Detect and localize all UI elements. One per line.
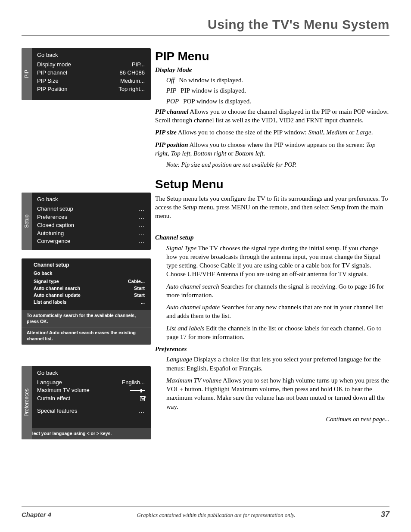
row-label: Special features <box>37 407 77 415</box>
preferences-tab: Preferences <box>22 366 32 439</box>
row-value: Cable... <box>128 278 145 285</box>
main-content: PIP Go back Display modePIP... PIP chann… <box>22 48 389 448</box>
channel-setup-heading: Channel setup <box>155 233 389 242</box>
row-label: Auto channel update <box>34 292 81 299</box>
pip-position-para: PIP position Allows you to choose where … <box>155 140 389 158</box>
menu-row: PIP channel86 CH086 <box>37 69 145 77</box>
chapter-label: Chapter 4 <box>22 511 51 518</box>
row-value: ... <box>139 237 145 246</box>
row-label: Auto channel search <box>34 285 80 292</box>
display-mode-heading: Display Mode <box>155 65 389 74</box>
page-number: 37 <box>381 510 389 519</box>
row-label: PIP Size <box>37 77 59 85</box>
row-label: Curtain effect <box>37 395 70 403</box>
row-value: PIP... <box>132 61 145 69</box>
menu-row: Auto channel updateStart <box>34 292 145 299</box>
row-label: Closed caption <box>37 221 74 230</box>
row-label: Maximum TV volume <box>37 386 90 395</box>
pip-tab-label: PIP <box>24 70 30 78</box>
channel-setup-panel: Channel setup Go back Signal typeCable..… <box>22 258 151 344</box>
list-labels-para: List and labels Edit the channels in the… <box>166 324 389 342</box>
go-back: Go back <box>37 196 145 202</box>
def-pip: PIPPIP window is displayed. <box>166 86 389 95</box>
preferences-heading: Preferences <box>155 345 389 353</box>
row-label: List and labels <box>34 299 66 306</box>
row-value: Start <box>134 285 145 292</box>
panel-footer: Select your language using < or > keys. <box>22 428 151 439</box>
menu-row: Preferences... <box>37 213 145 221</box>
row-value: ... <box>139 205 145 213</box>
go-back: Go back <box>34 271 145 276</box>
menu-row: Closed caption... <box>37 221 145 230</box>
panel-title: Channel setup <box>34 262 145 268</box>
right-column: PIP Menu Display Mode OffNo window is di… <box>151 48 389 448</box>
row-label: Preferences <box>37 213 67 221</box>
left-column: PIP Go back Display modePIP... PIP chann… <box>22 48 151 448</box>
panel-footer-1: To automatically search for the availabl… <box>22 310 151 327</box>
row-label: Display mode <box>37 61 71 69</box>
signal-type-para: Signal Type The TV chooses the signal ty… <box>166 244 389 279</box>
row-value: ... <box>141 299 145 306</box>
menu-row: PIP SizeMedium... <box>37 77 145 85</box>
row-label: Channel setup <box>37 205 73 213</box>
row-value: ... <box>139 407 145 415</box>
auto-update-para: Auto channel update Searches for any new… <box>166 303 389 320</box>
pip-menu-panel: PIP Go back Display modePIP... PIP chann… <box>22 48 151 100</box>
setup-menu-heading: Setup Menu <box>155 176 389 193</box>
auto-search-para: Auto channel search Searches for channel… <box>166 282 389 300</box>
continues-text: Continues on next page... <box>155 415 389 424</box>
setup-menu-panel: Setup Go back Channel setup... Preferenc… <box>22 193 151 250</box>
slider-icon <box>130 386 145 395</box>
menu-row: Autotuning... <box>37 230 145 238</box>
pip-channel-para: PIP channel Allows you to choose the cha… <box>155 107 389 125</box>
max-volume-para: Maximum TV volume Allows you to set how … <box>166 376 389 411</box>
row-label: Language <box>37 379 62 387</box>
setup-tab-label: Setup <box>24 215 30 228</box>
menu-row: Maximum TV volume <box>37 386 145 395</box>
menu-row: Convergence... <box>37 237 145 246</box>
row-label: Convergence <box>37 237 70 246</box>
menu-row: Display modePIP... <box>37 61 145 69</box>
menu-row: Auto channel searchStart <box>34 285 145 292</box>
pip-tab: PIP <box>22 48 32 100</box>
row-value: ... <box>139 221 145 230</box>
pip-note: Note: Pip size and position are not avai… <box>166 161 389 169</box>
language-para: Language Displays a choice list that let… <box>166 355 389 373</box>
def-off: OffNo window is displayed. <box>166 76 389 84</box>
row-label: Autotuning <box>37 230 64 238</box>
page-footer: Chapter 4 Graphics contained within this… <box>22 506 389 519</box>
checkbox-icon <box>140 395 145 403</box>
row-value: ... <box>139 230 145 238</box>
def-pop: POPPOP window is displayed. <box>166 97 389 106</box>
menu-row: List and labels... <box>34 299 145 306</box>
row-value: Top right... <box>118 85 145 93</box>
row-value: 86 CH086 <box>119 69 145 77</box>
pip-menu-heading: PIP Menu <box>155 48 389 65</box>
row-label: Signal type <box>34 278 59 285</box>
row-value: Start <box>134 292 145 299</box>
row-value: ... <box>139 213 145 221</box>
preferences-panel: Preferences Go back LanguageEnglish... M… <box>22 366 151 439</box>
go-back: Go back <box>37 52 145 58</box>
footer-note: Graphics contained within this publicati… <box>137 512 296 519</box>
pip-size-para: PIP size Allows you to choose the size o… <box>155 128 389 137</box>
setup-tab: Setup <box>22 193 32 250</box>
menu-row: LanguageEnglish... <box>37 379 145 387</box>
menu-row: Signal typeCable... <box>34 278 145 285</box>
setup-intro: The Setup menu lets you configure the TV… <box>155 194 389 221</box>
panel-footer-2: Attention! Auto channel search erases th… <box>22 327 151 344</box>
row-label: PIP channel <box>37 69 67 77</box>
row-value: Medium... <box>120 77 145 85</box>
preferences-tab-label: Preferences <box>24 389 30 417</box>
menu-row: Special features... <box>37 407 145 415</box>
menu-row: Channel setup... <box>37 205 145 213</box>
menu-row: PIP PositionTop right... <box>37 85 145 93</box>
page-header: Using the TV's Menu System <box>22 17 389 36</box>
go-back: Go back <box>37 370 145 376</box>
row-value: English... <box>122 379 145 387</box>
row-label: PIP Position <box>37 85 68 93</box>
menu-row: Curtain effect <box>37 395 145 403</box>
